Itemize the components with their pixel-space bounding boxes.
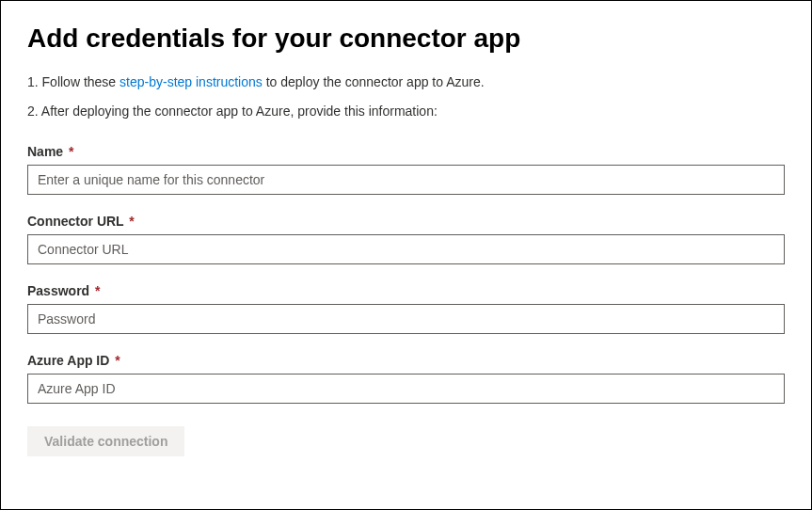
validate-connection-button[interactable]: Validate connection xyxy=(27,426,184,456)
password-label: Password * xyxy=(27,283,785,298)
required-marker: * xyxy=(95,283,100,298)
instruction-step1: 1. Follow these step-by-step instruction… xyxy=(27,72,785,92)
name-input[interactable] xyxy=(27,165,785,195)
password-label-text: Password xyxy=(27,283,89,298)
step-by-step-link[interactable]: step-by-step instructions xyxy=(119,74,263,89)
connector-url-input[interactable] xyxy=(27,234,785,264)
azure-app-id-input[interactable] xyxy=(27,374,785,404)
instruction-step1-prefix: 1. Follow these xyxy=(27,74,119,89)
connector-url-label: Connector URL * xyxy=(27,214,785,229)
instruction-step1-suffix: to deploy the connector app to Azure. xyxy=(263,74,485,89)
password-input[interactable] xyxy=(27,304,785,334)
name-label-text: Name xyxy=(27,144,63,159)
required-marker: * xyxy=(115,353,119,368)
required-marker: * xyxy=(69,144,73,159)
azure-app-id-label: Azure App ID * xyxy=(27,353,785,368)
required-marker: * xyxy=(129,214,134,229)
page-title: Add credentials for your connector app xyxy=(27,24,785,54)
azure-app-id-label-text: Azure App ID xyxy=(27,353,109,368)
name-label: Name * xyxy=(27,144,785,159)
connector-url-label-text: Connector URL xyxy=(27,214,123,229)
instruction-step2: 2. After deploying the connector app to … xyxy=(27,102,785,121)
